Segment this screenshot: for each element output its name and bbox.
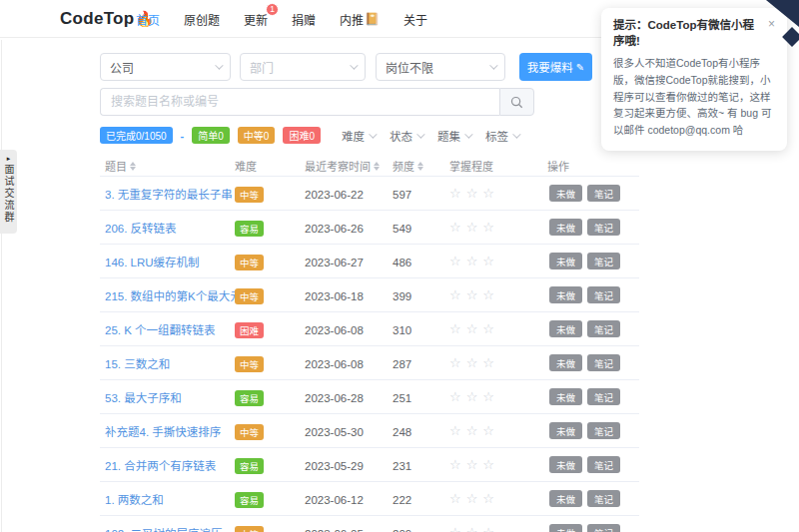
star-icon[interactable]: ☆ <box>466 458 478 471</box>
todo-button[interactable]: 未做 <box>549 320 582 337</box>
star-icon[interactable]: ☆ <box>466 492 478 505</box>
star-icon[interactable]: ☆ <box>482 526 494 532</box>
interview-group-tab[interactable]: ▸ 面试交流群 <box>0 150 17 234</box>
question-link[interactable]: 25. K 个一组翻转链表 <box>105 324 216 336</box>
header-title-column[interactable]: 题目 <box>100 158 232 174</box>
note-button[interactable]: 笔记 <box>587 253 620 269</box>
close-icon[interactable]: × <box>768 18 775 30</box>
question-link[interactable]: 53. 最大子序和 <box>105 392 182 404</box>
star-icon[interactable]: ☆ <box>449 526 461 532</box>
question-link[interactable]: 102. 二叉树的层序遍历 <box>105 528 223 532</box>
note-button[interactable]: 笔记 <box>587 185 620 202</box>
question-link[interactable]: 21. 合并两个有序链表 <box>105 460 216 472</box>
difficulty-filter-label: 难度 <box>342 128 365 144</box>
star-icon[interactable]: ☆ <box>449 288 461 301</box>
difficulty-tag: 中等 <box>235 424 264 440</box>
star-icon[interactable]: ☆ <box>466 221 478 234</box>
report-button[interactable]: 我要爆料 ✎ <box>519 53 592 81</box>
nav-item-about[interactable]: 关于 <box>403 11 427 28</box>
department-select[interactable]: 部门 <box>240 53 366 81</box>
note-button[interactable]: 笔记 <box>587 354 620 371</box>
status-filter[interactable]: 状态 <box>390 128 422 144</box>
star-icon[interactable]: ☆ <box>466 322 478 335</box>
todo-button[interactable]: 未做 <box>549 456 582 473</box>
todo-button[interactable]: 未做 <box>549 388 582 405</box>
question-link[interactable]: 146. LRU缓存机制 <box>105 257 200 268</box>
star-icon[interactable]: ☆ <box>466 288 478 301</box>
star-icon[interactable]: ☆ <box>449 424 461 437</box>
note-button[interactable]: 笔记 <box>587 388 620 405</box>
star-icon[interactable]: ☆ <box>449 322 461 335</box>
note-button[interactable]: 笔记 <box>587 456 620 473</box>
note-button[interactable]: 笔记 <box>587 524 620 532</box>
search-button[interactable] <box>499 88 534 116</box>
nav-item-donate[interactable]: 捐赠 <box>292 11 316 28</box>
todo-button[interactable]: 未做 <box>549 354 582 371</box>
todo-button[interactable]: 未做 <box>549 524 582 532</box>
chevron-down-icon <box>489 61 497 69</box>
difficulty-filter[interactable]: 难度 <box>342 128 375 144</box>
question-link[interactable]: 1. 两数之和 <box>105 494 164 506</box>
star-icon[interactable]: ☆ <box>466 424 478 437</box>
column-label: 掌握程度 <box>449 158 493 174</box>
nav-item-home[interactable]: 首页 <box>136 11 160 28</box>
problem-set-filter[interactable]: 题集 <box>437 128 470 144</box>
todo-button[interactable]: 未做 <box>549 219 582 236</box>
question-link[interactable]: 补充题4. 手撕快速排序 <box>105 426 221 438</box>
nav-item-updates[interactable]: 更新 1 <box>244 11 268 28</box>
question-link[interactable]: 215. 数组中的第K个最大元素 <box>105 290 253 302</box>
star-icon[interactable]: ☆ <box>449 221 461 234</box>
sort-icon[interactable] <box>130 159 136 174</box>
star-icon[interactable]: ☆ <box>482 390 494 403</box>
question-link[interactable]: 3. 无重复字符的最长子串 <box>105 189 233 201</box>
star-icon[interactable]: ☆ <box>449 492 461 505</box>
position-select[interactable]: 岗位不限 <box>376 53 505 81</box>
tag-filter[interactable]: 标签 <box>485 128 518 144</box>
question-link[interactable]: 15. 三数之和 <box>105 358 170 370</box>
header-actions-column: 操作 <box>529 158 639 174</box>
star-icon[interactable]: ☆ <box>482 221 494 234</box>
note-button[interactable]: 笔记 <box>587 320 620 337</box>
problem-set-filter-label: 题集 <box>437 128 460 144</box>
star-icon[interactable]: ☆ <box>482 424 494 437</box>
todo-button[interactable]: 未做 <box>549 253 582 269</box>
todo-button[interactable]: 未做 <box>549 422 582 439</box>
todo-button[interactable]: 未做 <box>549 185 582 202</box>
star-icon[interactable]: ☆ <box>466 356 478 369</box>
sort-icon[interactable] <box>417 159 423 174</box>
column-label: 最近考察时间 <box>305 158 371 174</box>
star-icon[interactable]: ☆ <box>466 255 478 267</box>
star-icon[interactable]: ☆ <box>466 187 478 200</box>
star-icon[interactable]: ☆ <box>449 390 461 403</box>
star-icon[interactable]: ☆ <box>482 288 494 301</box>
note-button[interactable]: 笔记 <box>587 422 620 439</box>
star-icon[interactable]: ☆ <box>482 356 494 369</box>
star-icon[interactable]: ☆ <box>449 458 461 471</box>
note-button[interactable]: 笔记 <box>587 286 620 303</box>
header-date-column[interactable]: 最近考察时间 <box>300 158 392 174</box>
star-icon[interactable]: ☆ <box>466 390 478 403</box>
company-select[interactable]: 公司 <box>100 53 231 81</box>
frequency-value: 231 <box>393 460 411 472</box>
star-icon[interactable]: ☆ <box>482 255 494 267</box>
star-icon[interactable]: ☆ <box>449 187 461 200</box>
note-button[interactable]: 笔记 <box>587 490 620 507</box>
nav-item-original[interactable]: 原创题 <box>184 11 220 28</box>
mastery-stars: ☆ ☆ ☆ <box>449 255 529 267</box>
star-icon[interactable]: ☆ <box>482 322 494 335</box>
star-icon[interactable]: ☆ <box>449 356 461 369</box>
last-asked-date: 2023-05-30 <box>305 426 364 438</box>
star-icon[interactable]: ☆ <box>466 526 478 532</box>
header-frequency-column[interactable]: 频度 <box>392 158 449 174</box>
search-input[interactable] <box>100 88 499 116</box>
star-icon[interactable]: ☆ <box>482 187 494 200</box>
star-icon[interactable]: ☆ <box>482 492 494 505</box>
question-link[interactable]: 206. 反转链表 <box>105 223 177 235</box>
nav-item-referral[interactable]: 内推 📔 <box>340 11 380 28</box>
todo-button[interactable]: 未做 <box>549 286 582 303</box>
star-icon[interactable]: ☆ <box>449 255 461 267</box>
todo-button[interactable]: 未做 <box>549 490 582 507</box>
sort-icon[interactable] <box>374 159 380 174</box>
note-button[interactable]: 笔记 <box>587 219 620 236</box>
star-icon[interactable]: ☆ <box>482 458 494 471</box>
